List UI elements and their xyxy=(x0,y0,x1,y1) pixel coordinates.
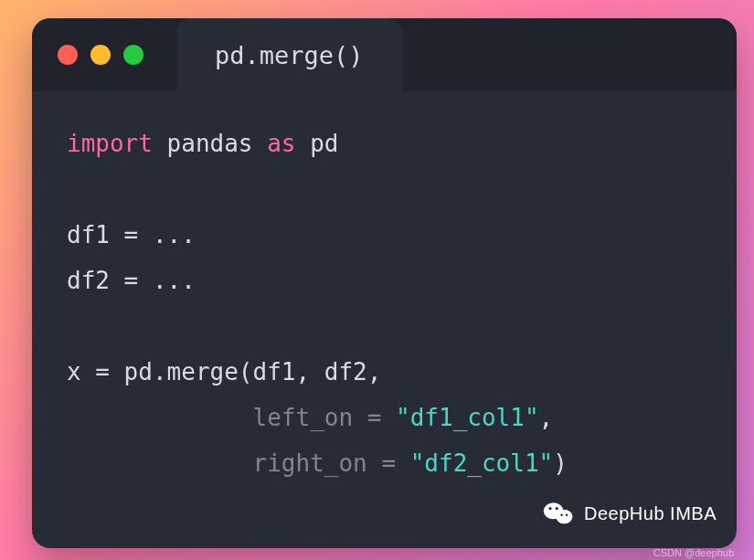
keyword-import: import xyxy=(67,130,153,157)
paren-close: ) xyxy=(553,449,568,477)
keyword-as: as xyxy=(267,130,295,157)
code-window: pd.merge() import pandas as pd df1 = ...… xyxy=(32,18,737,548)
code-line-call: x = pd.merge(df1, df2, xyxy=(67,358,381,386)
svg-point-5 xyxy=(556,507,558,510)
comma: , xyxy=(539,404,554,431)
wechat-icon xyxy=(542,497,575,530)
svg-point-7 xyxy=(566,514,568,517)
tab-title: pd.merge() xyxy=(176,18,402,91)
titlebar: pd.merge() xyxy=(32,18,737,91)
arg-left-on: left_on = xyxy=(253,404,397,431)
alias-name: pd xyxy=(310,130,338,157)
minimize-icon[interactable] xyxy=(90,45,111,65)
brand-text: DeepHub IMBA xyxy=(584,503,717,524)
code-line-df1: df1 = ... xyxy=(67,221,196,248)
code-indent xyxy=(67,449,253,477)
str-df1-col1: "df1_col1" xyxy=(396,404,539,431)
module-name: pandas xyxy=(167,130,253,157)
zoom-icon[interactable] xyxy=(123,45,143,65)
close-icon[interactable] xyxy=(58,45,78,65)
footer: DeepHub IMBA xyxy=(542,497,717,530)
traffic-lights xyxy=(58,45,143,65)
svg-point-4 xyxy=(548,507,551,510)
str-df2-col1: "df2_col1" xyxy=(410,449,554,477)
code-block: import pandas as pd df1 = ... df2 = ... … xyxy=(32,91,737,486)
svg-point-3 xyxy=(556,510,572,523)
code-indent xyxy=(67,404,253,431)
code-line-df2: df2 = ... xyxy=(67,267,196,294)
csdn-watermark: CSDN @deephub xyxy=(653,547,734,558)
arg-right-on: right_on = xyxy=(253,449,410,477)
svg-point-6 xyxy=(560,514,563,517)
